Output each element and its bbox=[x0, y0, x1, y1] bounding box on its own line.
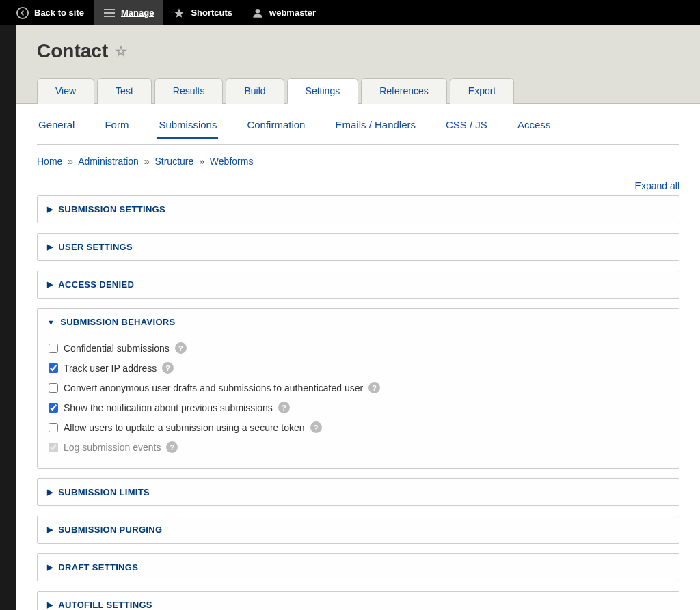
summary-submission-settings[interactable]: ▶ Submission Settings bbox=[38, 196, 679, 223]
panel-access-denied: ▶ Access Denied bbox=[37, 271, 679, 299]
help-icon[interactable]: ? bbox=[368, 382, 380, 393]
label-show-notification: Show the notification about previous sub… bbox=[64, 402, 273, 413]
panel-draft-settings: ▶ Draft Settings bbox=[37, 553, 679, 581]
shortcuts-link[interactable]: Shortcuts bbox=[163, 0, 242, 25]
subtab-form[interactable]: Form bbox=[103, 115, 130, 139]
manage-label: Manage bbox=[121, 8, 154, 18]
tab-view[interactable]: View bbox=[37, 78, 94, 104]
panel-submission-settings: ▶ Submission Settings bbox=[37, 195, 679, 223]
breadcrumb-sep: » bbox=[144, 156, 150, 167]
subtab-access[interactable]: Access bbox=[516, 115, 552, 139]
checkbox-track-ip[interactable] bbox=[49, 363, 58, 373]
row-confidential-submissions: Confidential submissions ? bbox=[49, 338, 668, 358]
summary-submission-limits[interactable]: ▶ Submission Limits bbox=[38, 479, 679, 505]
row-convert-anon: Convert anonymous user drafts and submis… bbox=[49, 378, 668, 398]
breadcrumb-administration[interactable]: Administration bbox=[78, 156, 139, 167]
label-log-events: Log submission events bbox=[64, 442, 161, 453]
svg-point-0 bbox=[17, 7, 28, 18]
caret-right-icon: ▶ bbox=[47, 488, 53, 497]
admin-toolbar: Back to site Manage Shortcuts webmaster bbox=[0, 0, 700, 25]
row-show-notification: Show the notification about previous sub… bbox=[49, 398, 668, 417]
panel-autofill-settings: ▶ Autofill Settings bbox=[37, 591, 679, 610]
user-label: webmaster bbox=[269, 8, 316, 18]
summary-user-settings[interactable]: ▶ User Settings bbox=[38, 234, 679, 260]
panel-submission-limits: ▶ Submission Limits bbox=[37, 478, 679, 506]
content-region: General Form Submissions Confirmation Em… bbox=[16, 103, 700, 610]
tab-settings[interactable]: Settings bbox=[287, 78, 359, 104]
breadcrumb-webforms[interactable]: Webforms bbox=[210, 156, 254, 167]
breadcrumb-sep: » bbox=[199, 156, 204, 167]
caret-right-icon: ▶ bbox=[47, 600, 53, 609]
tab-results[interactable]: Results bbox=[154, 78, 224, 104]
row-allow-token: Allow users to update a submission using… bbox=[49, 417, 668, 437]
caret-right-icon: ▶ bbox=[47, 280, 53, 289]
row-track-ip: Track user IP address ? bbox=[49, 358, 668, 378]
caret-right-icon: ▶ bbox=[47, 563, 53, 572]
summary-submission-behaviors[interactable]: ▼ Submission Behaviors bbox=[38, 309, 679, 335]
back-arrow-icon bbox=[16, 7, 29, 19]
manage-link[interactable]: Manage bbox=[94, 0, 163, 25]
submission-behaviors-body: Confidential submissions ? Track user IP… bbox=[38, 335, 679, 468]
page-header: Contact ☆ View Test Results Build Settin… bbox=[16, 25, 700, 103]
tab-export[interactable]: Export bbox=[450, 78, 514, 104]
left-gutter bbox=[0, 25, 16, 610]
summary-access-denied[interactable]: ▶ Access Denied bbox=[38, 271, 679, 298]
checkbox-log-events bbox=[49, 443, 58, 452]
tab-test[interactable]: Test bbox=[97, 78, 152, 104]
subtab-css-js[interactable]: CSS / JS bbox=[444, 115, 489, 139]
panel-submission-purging: ▶ Submission Purging bbox=[37, 516, 679, 544]
checkbox-convert-anon[interactable] bbox=[49, 383, 58, 393]
help-icon[interactable]: ? bbox=[166, 441, 178, 453]
label-track-ip: Track user IP address bbox=[64, 363, 157, 374]
help-icon[interactable]: ? bbox=[310, 421, 322, 433]
expand-all-wrap: Expand all bbox=[37, 174, 679, 195]
caret-right-icon: ▶ bbox=[47, 205, 53, 214]
tab-references[interactable]: References bbox=[361, 78, 447, 104]
caret-right-icon: ▶ bbox=[47, 525, 53, 534]
subtab-confirmation[interactable]: Confirmation bbox=[245, 115, 306, 139]
label-convert-anon: Convert anonymous user drafts and submis… bbox=[64, 383, 363, 393]
svg-rect-2 bbox=[104, 12, 115, 14]
panel-submission-behaviors: ▼ Submission Behaviors Confidential subm… bbox=[37, 308, 679, 469]
back-to-site-link[interactable]: Back to site bbox=[7, 0, 94, 25]
breadcrumb-structure[interactable]: Structure bbox=[154, 156, 193, 167]
shortcuts-label: Shortcuts bbox=[191, 8, 232, 18]
svg-rect-3 bbox=[104, 16, 115, 17]
caret-down-icon: ▼ bbox=[47, 318, 55, 327]
star-icon bbox=[173, 7, 185, 19]
panel-user-settings: ▶ User Settings bbox=[37, 233, 679, 261]
primary-tabs: View Test Results Build Settings Referen… bbox=[37, 77, 679, 103]
summary-submission-purging[interactable]: ▶ Submission Purging bbox=[38, 516, 679, 543]
checkbox-confidential-submissions[interactable] bbox=[49, 344, 58, 353]
user-link[interactable]: webmaster bbox=[242, 0, 325, 25]
subtab-emails-handlers[interactable]: Emails / Handlers bbox=[334, 115, 417, 139]
help-icon[interactable]: ? bbox=[175, 342, 187, 354]
page-title-text: Contact bbox=[37, 40, 108, 62]
help-icon[interactable]: ? bbox=[162, 362, 174, 374]
caret-right-icon: ▶ bbox=[47, 242, 53, 251]
checkbox-show-notification[interactable] bbox=[49, 403, 58, 413]
help-icon[interactable]: ? bbox=[278, 402, 290, 413]
breadcrumb: Home » Administration » Structure » Webf… bbox=[37, 145, 679, 174]
page-title: Contact ☆ bbox=[37, 40, 679, 62]
expand-all-link[interactable]: Expand all bbox=[635, 180, 679, 191]
hamburger-icon bbox=[103, 7, 116, 19]
summary-autofill-settings[interactable]: ▶ Autofill Settings bbox=[38, 592, 679, 610]
tab-build[interactable]: Build bbox=[226, 78, 284, 104]
svg-rect-1 bbox=[104, 9, 115, 10]
favorite-star-icon[interactable]: ☆ bbox=[115, 43, 127, 59]
secondary-tabs: General Form Submissions Confirmation Em… bbox=[37, 104, 679, 145]
row-log-events: Log submission events ? bbox=[49, 437, 668, 457]
breadcrumb-home[interactable]: Home bbox=[37, 156, 62, 167]
label-confidential-submissions: Confidential submissions bbox=[64, 343, 170, 354]
user-icon bbox=[252, 7, 264, 19]
checkbox-allow-token[interactable] bbox=[49, 423, 58, 432]
summary-draft-settings[interactable]: ▶ Draft Settings bbox=[38, 554, 679, 581]
label-allow-token: Allow users to update a submission using… bbox=[64, 422, 305, 433]
breadcrumb-sep: » bbox=[68, 156, 73, 167]
subtab-submissions[interactable]: Submissions bbox=[157, 115, 218, 139]
subtab-general[interactable]: General bbox=[37, 115, 76, 139]
back-to-site-label: Back to site bbox=[34, 8, 84, 18]
svg-point-4 bbox=[256, 9, 260, 14]
